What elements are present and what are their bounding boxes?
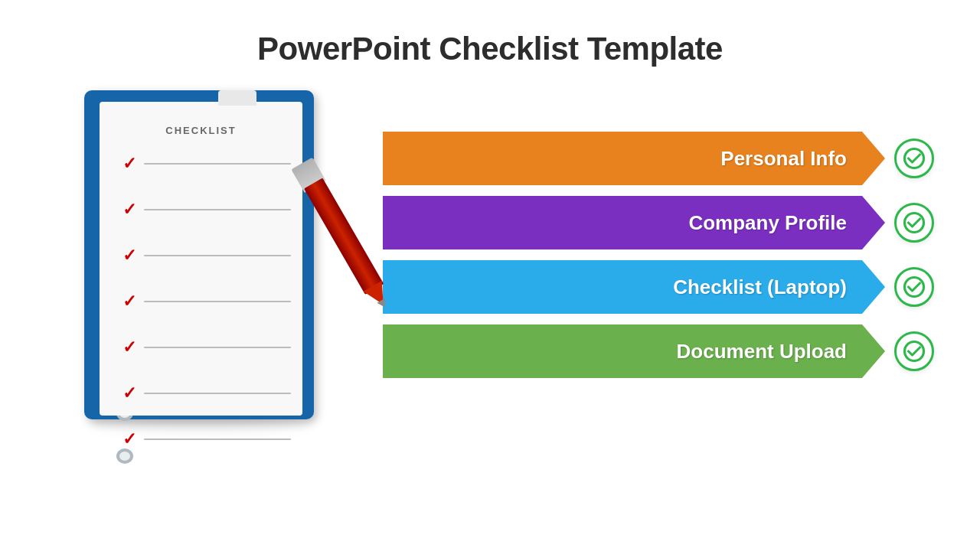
check-line-1: ✓ [122,155,291,172]
arrow-shape-document-upload: Document Upload [383,324,885,378]
checklist-lines: ✓ ✓ ✓ ✓ ✓ [122,155,291,448]
check-circle-checklist-laptop [894,267,934,307]
check-line-3: ✓ [122,247,291,264]
arrow-item-document-upload: Document Upload [383,324,934,378]
arrow-label-document-upload: Document Upload [677,340,847,364]
checklist-header: CHECKLIST [100,125,302,136]
checkmark-icon-personal-info [903,147,926,170]
checkmark-4: ✓ [122,293,136,310]
check-line-7: ✓ [122,431,291,448]
checkmark-7: ✓ [122,431,136,448]
underline-3 [144,255,291,256]
arrow-list: Personal Info Company Profile [383,132,934,378]
arrow-item-personal-info: Personal Info [383,132,934,185]
arrow-item-company-profile: Company Profile [383,196,934,249]
checkmark-5: ✓ [122,339,136,356]
ring-9 [116,448,133,464]
pencil-body [304,178,384,295]
check-line-5: ✓ [122,339,291,356]
check-line-4: ✓ [122,293,291,310]
checkmark-icon-document-upload [903,340,926,363]
arrow-shape-personal-info: Personal Info [383,132,885,185]
arrow-item-checklist-laptop: Checklist (Laptop) [383,260,934,314]
checkmark-icon-company-profile [903,211,926,234]
arrow-label-company-profile: Company Profile [688,211,847,235]
checkmark-icon-checklist-laptop [903,276,926,298]
arrow-shape-company-profile: Company Profile [383,196,885,249]
paper-tab [218,90,256,106]
notebook-paper: CHECKLIST ✓ ✓ ✓ ✓ [100,102,302,416]
underline-5 [144,347,291,348]
underline-7 [144,439,291,440]
check-line-6: ✓ [122,385,291,402]
underline-2 [144,209,291,210]
check-circle-company-profile [894,203,934,243]
underline-4 [144,301,291,302]
checkmark-6: ✓ [122,385,136,402]
notebook: CHECKLIST ✓ ✓ ✓ ✓ [46,90,322,419]
check-line-2: ✓ [122,201,291,218]
arrow-label-personal-info: Personal Info [720,147,847,171]
check-circle-document-upload [894,331,934,371]
check-circle-personal-info [894,139,934,178]
page-title: PowerPoint Checklist Template [0,0,980,67]
content-area: CHECKLIST ✓ ✓ ✓ ✓ [0,90,980,419]
arrow-shape-checklist-laptop: Checklist (Laptop) [383,260,885,314]
checkmark-1: ✓ [122,155,136,172]
underline-1 [144,163,291,165]
arrow-label-checklist-laptop: Checklist (Laptop) [673,276,847,299]
checkmark-2: ✓ [122,201,136,218]
checkmark-3: ✓ [122,247,136,264]
underline-6 [144,393,291,394]
